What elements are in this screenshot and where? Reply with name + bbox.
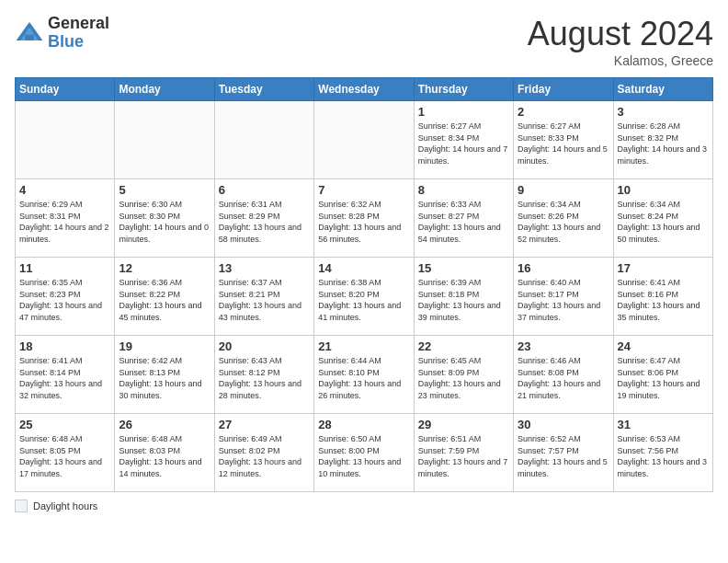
day-number: 2 [518, 105, 609, 119]
day-info: Sunrise: 6:29 AM Sunset: 8:31 PM Dayligh… [19, 199, 110, 245]
legend: Daylight hours [15, 500, 713, 512]
day-number: 3 [618, 105, 709, 119]
calendar-cell [16, 101, 115, 179]
weekday-header: Tuesday [214, 78, 313, 101]
day-number: 9 [518, 183, 609, 197]
day-number: 20 [219, 339, 310, 353]
day-number: 6 [219, 183, 310, 197]
weekday-header: Friday [514, 78, 613, 101]
day-number: 21 [318, 339, 409, 353]
day-info: Sunrise: 6:36 AM Sunset: 8:22 PM Dayligh… [119, 277, 210, 323]
calendar-cell: 31Sunrise: 6:53 AM Sunset: 7:56 PM Dayli… [613, 414, 712, 492]
calendar-cell: 27Sunrise: 6:49 AM Sunset: 8:02 PM Dayli… [214, 414, 313, 492]
calendar-cell: 3Sunrise: 6:28 AM Sunset: 8:32 PM Daylig… [613, 101, 712, 179]
calendar-week-row: 18Sunrise: 6:41 AM Sunset: 8:14 PM Dayli… [16, 336, 713, 414]
day-info: Sunrise: 6:41 AM Sunset: 8:16 PM Dayligh… [618, 277, 709, 323]
calendar-table: SundayMondayTuesdayWednesdayThursdayFrid… [15, 77, 713, 492]
calendar-week-row: 11Sunrise: 6:35 AM Sunset: 8:23 PM Dayli… [16, 258, 713, 336]
day-info: Sunrise: 6:48 AM Sunset: 8:03 PM Dayligh… [119, 433, 210, 479]
calendar-cell: 9Sunrise: 6:34 AM Sunset: 8:26 PM Daylig… [514, 179, 613, 258]
day-info: Sunrise: 6:43 AM Sunset: 8:12 PM Dayligh… [219, 355, 310, 401]
day-info: Sunrise: 6:30 AM Sunset: 8:30 PM Dayligh… [119, 199, 210, 245]
calendar-cell: 14Sunrise: 6:38 AM Sunset: 8:20 PM Dayli… [314, 258, 414, 336]
calendar-cell: 25Sunrise: 6:48 AM Sunset: 8:05 PM Dayli… [16, 414, 115, 492]
day-info: Sunrise: 6:41 AM Sunset: 8:14 PM Dayligh… [19, 355, 110, 401]
day-number: 13 [219, 261, 310, 275]
calendar-cell: 15Sunrise: 6:39 AM Sunset: 8:18 PM Dayli… [414, 258, 513, 336]
day-info: Sunrise: 6:27 AM Sunset: 8:34 PM Dayligh… [418, 121, 509, 167]
weekday-header: Sunday [16, 78, 115, 101]
calendar-cell: 22Sunrise: 6:45 AM Sunset: 8:09 PM Dayli… [414, 336, 513, 414]
calendar-cell: 19Sunrise: 6:42 AM Sunset: 8:13 PM Dayli… [115, 336, 214, 414]
calendar-cell: 23Sunrise: 6:46 AM Sunset: 8:08 PM Dayli… [514, 336, 613, 414]
day-number: 31 [618, 418, 709, 431]
day-info: Sunrise: 6:31 AM Sunset: 8:29 PM Dayligh… [219, 199, 310, 245]
day-number: 5 [119, 183, 210, 197]
day-info: Sunrise: 6:28 AM Sunset: 8:32 PM Dayligh… [618, 121, 709, 167]
day-info: Sunrise: 6:46 AM Sunset: 8:08 PM Dayligh… [518, 355, 609, 401]
day-info: Sunrise: 6:50 AM Sunset: 8:00 PM Dayligh… [318, 433, 409, 479]
svg-rect-2 [25, 34, 34, 40]
legend-box [15, 500, 28, 512]
day-number: 24 [618, 339, 709, 353]
calendar-cell: 10Sunrise: 6:34 AM Sunset: 8:24 PM Dayli… [613, 179, 712, 258]
day-number: 18 [19, 339, 110, 353]
day-info: Sunrise: 6:27 AM Sunset: 8:33 PM Dayligh… [518, 121, 609, 167]
logo: General Blue [15, 15, 109, 52]
calendar-cell [115, 101, 214, 179]
weekday-header: Monday [115, 78, 214, 101]
calendar-cell: 11Sunrise: 6:35 AM Sunset: 8:23 PM Dayli… [16, 258, 115, 336]
day-number: 10 [618, 183, 709, 197]
day-number: 29 [418, 418, 509, 431]
calendar-cell: 4Sunrise: 6:29 AM Sunset: 8:31 PM Daylig… [16, 179, 115, 258]
month-year: August 2024 [528, 15, 713, 53]
calendar-cell: 6Sunrise: 6:31 AM Sunset: 8:29 PM Daylig… [214, 179, 313, 258]
day-info: Sunrise: 6:45 AM Sunset: 8:09 PM Dayligh… [418, 355, 509, 401]
day-info: Sunrise: 6:53 AM Sunset: 7:56 PM Dayligh… [618, 433, 709, 479]
day-info: Sunrise: 6:32 AM Sunset: 8:28 PM Dayligh… [318, 199, 409, 245]
logo-text: General Blue [48, 15, 109, 52]
calendar-cell: 28Sunrise: 6:50 AM Sunset: 8:00 PM Dayli… [314, 414, 414, 492]
day-info: Sunrise: 6:40 AM Sunset: 8:17 PM Dayligh… [518, 277, 609, 323]
day-number: 7 [318, 183, 409, 197]
calendar-cell [314, 101, 414, 179]
logo-icon [15, 18, 44, 48]
day-number: 17 [618, 261, 709, 275]
weekday-header-row: SundayMondayTuesdayWednesdayThursdayFrid… [16, 78, 713, 101]
day-info: Sunrise: 6:34 AM Sunset: 8:24 PM Dayligh… [618, 199, 709, 245]
day-number: 11 [19, 261, 110, 275]
calendar-cell: 16Sunrise: 6:40 AM Sunset: 8:17 PM Dayli… [514, 258, 613, 336]
day-number: 22 [418, 339, 509, 353]
calendar-week-row: 4Sunrise: 6:29 AM Sunset: 8:31 PM Daylig… [16, 179, 713, 258]
calendar-cell: 20Sunrise: 6:43 AM Sunset: 8:12 PM Dayli… [214, 336, 313, 414]
day-number: 23 [518, 339, 609, 353]
calendar-cell: 7Sunrise: 6:32 AM Sunset: 8:28 PM Daylig… [314, 179, 414, 258]
calendar-cell: 29Sunrise: 6:51 AM Sunset: 7:59 PM Dayli… [414, 414, 513, 492]
calendar-cell: 30Sunrise: 6:52 AM Sunset: 7:57 PM Dayli… [514, 414, 613, 492]
day-info: Sunrise: 6:38 AM Sunset: 8:20 PM Dayligh… [318, 277, 409, 323]
day-number: 8 [418, 183, 509, 197]
day-number: 19 [119, 339, 210, 353]
day-info: Sunrise: 6:44 AM Sunset: 8:10 PM Dayligh… [318, 355, 409, 401]
calendar-cell: 8Sunrise: 6:33 AM Sunset: 8:27 PM Daylig… [414, 179, 513, 258]
day-info: Sunrise: 6:42 AM Sunset: 8:13 PM Dayligh… [119, 355, 210, 401]
day-number: 26 [119, 418, 210, 431]
calendar-cell: 17Sunrise: 6:41 AM Sunset: 8:16 PM Dayli… [613, 258, 712, 336]
day-number: 25 [19, 418, 110, 431]
calendar-cell: 21Sunrise: 6:44 AM Sunset: 8:10 PM Dayli… [314, 336, 414, 414]
day-info: Sunrise: 6:39 AM Sunset: 8:18 PM Dayligh… [418, 277, 509, 323]
weekday-header: Thursday [414, 78, 513, 101]
calendar-week-row: 25Sunrise: 6:48 AM Sunset: 8:05 PM Dayli… [16, 414, 713, 492]
day-info: Sunrise: 6:37 AM Sunset: 8:21 PM Dayligh… [219, 277, 310, 323]
day-number: 1 [418, 105, 509, 119]
calendar-cell: 2Sunrise: 6:27 AM Sunset: 8:33 PM Daylig… [514, 101, 613, 179]
calendar-cell: 13Sunrise: 6:37 AM Sunset: 8:21 PM Dayli… [214, 258, 313, 336]
calendar-cell: 26Sunrise: 6:48 AM Sunset: 8:03 PM Dayli… [115, 414, 214, 492]
calendar-cell: 24Sunrise: 6:47 AM Sunset: 8:06 PM Dayli… [613, 336, 712, 414]
weekday-header: Wednesday [314, 78, 414, 101]
day-info: Sunrise: 6:49 AM Sunset: 8:02 PM Dayligh… [219, 433, 310, 479]
calendar-week-row: 1Sunrise: 6:27 AM Sunset: 8:34 PM Daylig… [16, 101, 713, 179]
day-number: 14 [318, 261, 409, 275]
day-info: Sunrise: 6:47 AM Sunset: 8:06 PM Dayligh… [618, 355, 709, 401]
page-header: General Blue August 2024 Kalamos, Greece [15, 15, 713, 68]
